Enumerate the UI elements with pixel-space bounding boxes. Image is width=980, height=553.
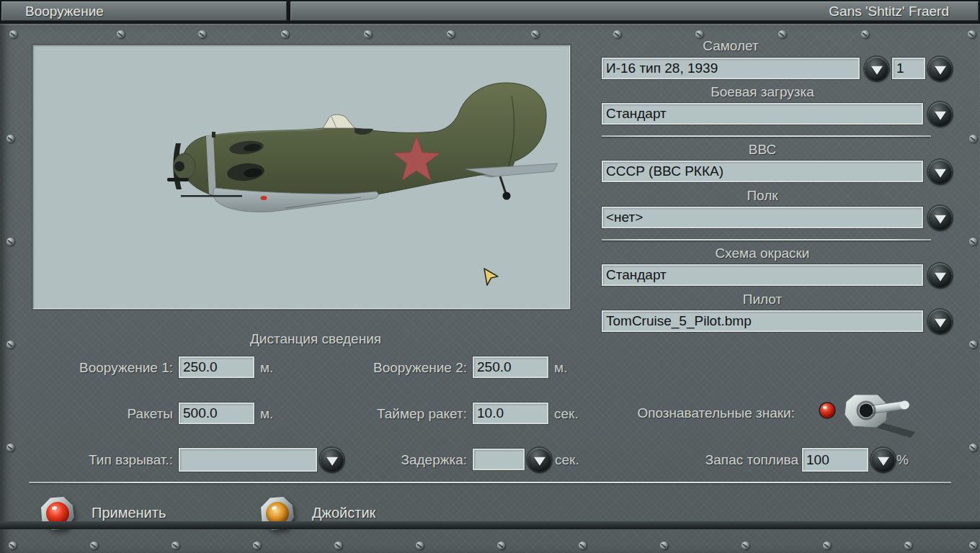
rocket-timer-unit: сек.	[554, 406, 579, 422]
tab-weapons-label: Вооружение	[25, 4, 104, 19]
aircraft-count-dropdown-button[interactable]	[928, 57, 952, 81]
screw-icon	[9, 541, 17, 549]
paint-select[interactable]: Стандарт	[602, 264, 923, 286]
airforce-dropdown-button[interactable]	[928, 160, 952, 184]
fuze-type-label: Тип взрыват.:	[89, 452, 173, 468]
fuze-type-dropdown-button[interactable]	[320, 448, 344, 472]
aircraft-count-input[interactable]	[892, 58, 925, 79]
fuel-unit: %	[896, 452, 909, 468]
divider	[602, 135, 931, 137]
paint-dropdown-button[interactable]	[928, 264, 952, 287]
footer-divider	[29, 482, 951, 483]
delay-dropdown-button[interactable]	[527, 448, 551, 472]
regiment-select[interactable]: <нет>	[602, 207, 923, 228]
screw-icon	[969, 444, 977, 451]
aircraft-preview[interactable]	[32, 45, 571, 310]
screw-icon	[861, 30, 869, 38]
screw-icon	[969, 135, 977, 143]
pilot-select[interactable]: TomCruise_5_Pilot.bmp	[602, 310, 923, 332]
airforce-section-label: ВВС	[749, 142, 776, 158]
weapon2-label: Вооружение 2:	[373, 360, 467, 376]
screw-icon	[6, 238, 14, 246]
screw-icon	[253, 541, 261, 549]
fuel-dropdown-button[interactable]	[871, 448, 895, 472]
tab-weapons[interactable]: Вооружение	[1, 1, 287, 21]
fuze-type-select[interactable]	[179, 448, 317, 472]
rockets-unit: м.	[260, 406, 273, 422]
screw-icon	[6, 135, 14, 143]
screw-icon	[9, 30, 17, 38]
weapon2-unit: м.	[554, 360, 567, 376]
screw-icon	[969, 341, 977, 349]
bottom-edge	[0, 521, 980, 529]
apply-button-label[interactable]: Применить	[92, 505, 166, 521]
weapon2-input[interactable]	[473, 356, 548, 378]
rockets-input[interactable]	[179, 403, 254, 424]
pilot-name-bar: Gans 'Shtitz' Fraerd	[290, 1, 979, 21]
screw-icon	[968, 30, 976, 38]
screw-icon	[90, 541, 98, 549]
screw-icon	[823, 541, 831, 549]
fuel-input[interactable]	[802, 448, 868, 472]
arming-screen: Вооружение Gans 'Shtitz' Fraerd	[0, 0, 980, 553]
weapon1-label: Вооружение 1:	[79, 360, 173, 376]
loadout-dropdown-button[interactable]	[928, 102, 952, 126]
screw-icon	[6, 341, 14, 349]
screw-icon	[741, 541, 749, 549]
aircraft-select[interactable]: И-16 тип 28, 1939	[602, 58, 860, 79]
screw-icon	[364, 30, 372, 38]
weapon1-input[interactable]	[179, 356, 254, 378]
aircraft-image	[33, 45, 570, 309]
markings-toggle[interactable]	[813, 389, 928, 441]
convergence-title: Дистанция сведения	[250, 331, 381, 347]
screw-icon	[579, 541, 587, 549]
screw-icon	[334, 541, 342, 549]
joystick-button-label[interactable]: Джойстик	[312, 505, 375, 521]
screw-icon	[660, 541, 668, 549]
screw-icon	[281, 30, 289, 38]
screw-icon	[416, 541, 424, 549]
screw-icon	[447, 30, 455, 38]
loadout-section-label: Боевая загрузка	[710, 84, 814, 100]
loadout-select[interactable]: Стандарт	[602, 103, 923, 125]
weapon1-unit: м.	[260, 360, 273, 376]
airforce-select[interactable]: СССР (ВВС РККА)	[602, 161, 923, 182]
screw-icon	[778, 30, 786, 38]
indicator-lamp-icon	[819, 403, 835, 418]
aircraft-dropdown-button[interactable]	[865, 57, 888, 81]
title-bar: Вооружение Gans 'Shtitz' Fraerd	[0, 0, 980, 24]
fuel-label: Запас топлива	[705, 452, 798, 468]
delay-unit: сек.	[555, 452, 579, 468]
screw-icon	[613, 30, 621, 38]
delay-input[interactable]	[473, 449, 525, 470]
screw-icon	[6, 444, 14, 451]
screw-icon	[198, 30, 206, 38]
aircraft-section-label: Самолет	[703, 38, 758, 54]
divider	[602, 239, 931, 240]
regiment-dropdown-button[interactable]	[928, 206, 952, 230]
screw-icon	[531, 30, 539, 38]
screw-icon	[969, 541, 977, 549]
pilot-section-label: Пилот	[743, 292, 782, 307]
screw-icon	[497, 541, 505, 549]
regiment-section-label: Полк	[747, 188, 778, 204]
pilot-dropdown-button[interactable]	[928, 310, 952, 333]
screw-icon	[172, 541, 179, 549]
screw-icon	[904, 541, 912, 549]
pilot-name: Gans 'Shtitz' Fraerd	[829, 4, 949, 19]
rockets-label: Ракеты	[128, 406, 173, 422]
rocket-timer-label: Таймер ракет:	[377, 406, 467, 422]
rocket-timer-input[interactable]	[473, 403, 548, 424]
main-panel: Самолет И-16 тип 28, 1939 Боевая загрузк…	[0, 24, 980, 553]
delay-label: Задержка:	[401, 452, 467, 468]
screw-icon	[695, 30, 703, 38]
screw-icon	[117, 30, 125, 38]
screw-icon	[969, 238, 977, 246]
paint-section-label: Схема окраски	[716, 246, 810, 261]
markings-label: Опознавательные знаки:	[637, 405, 795, 421]
